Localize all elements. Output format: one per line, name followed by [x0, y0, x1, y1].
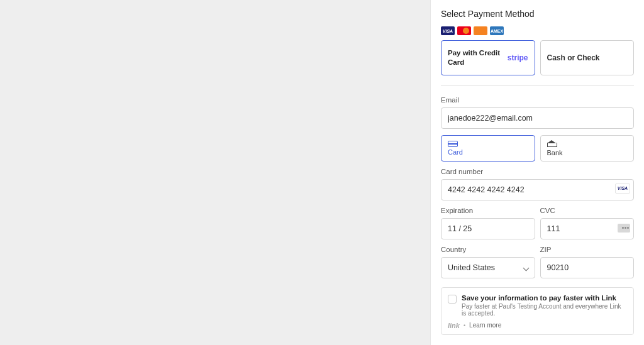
blank-canvas	[0, 0, 430, 345]
link-save-title: Save your information to pay faster with…	[462, 294, 627, 302]
tab-card-label: Card	[448, 148, 463, 156]
country-select[interactable]	[441, 257, 535, 278]
link-save-subtitle: Pay faster at Paul's Testing Account and…	[462, 303, 627, 317]
payment-panel: Select Payment Method VISA AMEX Pay with…	[430, 0, 644, 345]
card-brand-icon: VISA	[615, 183, 630, 194]
email-field[interactable]	[441, 107, 634, 129]
dot-separator: •	[464, 322, 465, 329]
zip-label: ZIP	[540, 246, 635, 253]
amex-icon: AMEX	[490, 26, 504, 35]
cvc-icon	[618, 224, 630, 233]
accepted-card-logos: VISA AMEX	[441, 26, 634, 35]
email-label: Email	[441, 96, 634, 104]
bank-icon	[547, 140, 556, 148]
pay-cash-check-label: Cash or Check	[547, 53, 600, 62]
country-label: Country	[441, 246, 535, 253]
link-save-checkbox[interactable]	[448, 295, 457, 304]
visa-icon: VISA	[441, 26, 455, 35]
cvc-label: CVC	[540, 207, 635, 214]
expiration-label: Expiration	[441, 207, 535, 214]
link-save-box: Save your information to pay faster with…	[441, 287, 634, 335]
card-number-label: Card number	[441, 168, 634, 175]
link-learn-more[interactable]: Learn more	[469, 322, 501, 329]
tab-bank-label: Bank	[547, 149, 563, 156]
zip-field[interactable]	[540, 257, 635, 278]
pay-cash-check-option[interactable]: Cash or Check	[540, 40, 635, 75]
card-icon	[448, 141, 458, 147]
link-brand-icon: link	[448, 322, 460, 329]
pay-credit-card-label: Pay with Credit Card	[448, 48, 502, 67]
expiration-field[interactable]	[441, 218, 535, 239]
tab-card[interactable]: Card	[441, 135, 535, 162]
tab-bank[interactable]: Bank	[540, 135, 635, 162]
section-title: Select Payment Method	[441, 9, 634, 19]
discover-icon	[474, 26, 487, 35]
mastercard-icon	[457, 26, 471, 35]
stripe-icon: stripe	[508, 53, 528, 62]
pay-credit-card-option[interactable]: Pay with Credit Card stripe	[441, 40, 535, 75]
divider	[441, 85, 634, 86]
card-number-field[interactable]	[441, 179, 634, 200]
